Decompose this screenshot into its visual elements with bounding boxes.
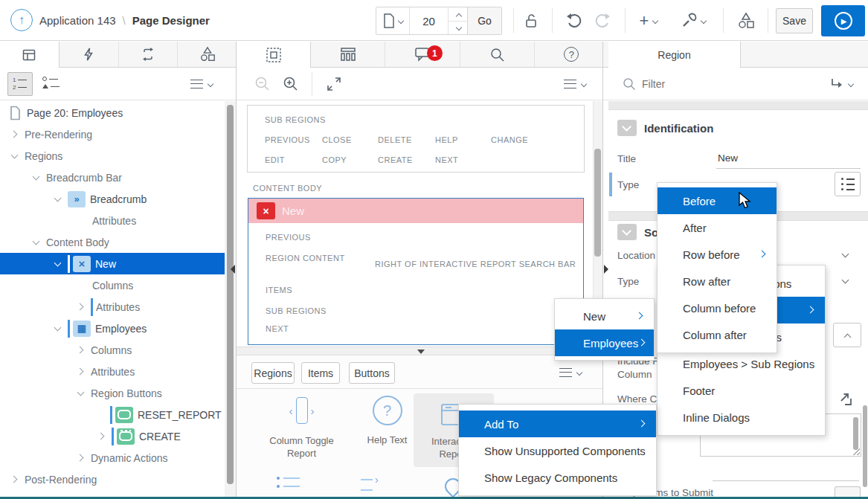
tab-page-shared-components[interactable] [178,42,237,67]
tree-item-dynamic-actions[interactable]: Dynamic Actions [0,447,225,469]
collapse-gallery-handle[interactable] [417,350,425,354]
tree-item-content-body[interactable]: Content Body [0,231,225,253]
gallery-menu-button[interactable] [559,368,582,377]
tab-page-views[interactable] [311,42,385,67]
slot-previous[interactable]: PREVIOUS [266,233,311,242]
list-region-icon[interactable] [277,477,300,488]
tab-region[interactable]: Region [608,42,741,68]
chevron-down-icon[interactable] [30,236,42,248]
chevron-right-icon[interactable] [75,301,87,313]
tree-item-employees[interactable]: ▦ Employees [0,318,225,339]
placeholder-next[interactable]: NEXT [435,155,458,164]
collapse-left-panel-handle[interactable] [231,265,235,274]
tree-item-attributes[interactable]: Attributes [0,296,225,318]
menu-item-row-before[interactable]: Row before [658,241,777,268]
page-down-button[interactable] [449,21,467,35]
property-panel-scrollbar-thumb[interactable] [863,405,867,487]
placeholder-help[interactable]: HELP [435,135,458,144]
undo-button[interactable] [564,11,585,30]
menu-item-show-unsupported[interactable]: Show Unsupported Components [459,437,656,464]
code-editor-button[interactable] [835,388,857,411]
select-chevron-icon[interactable] [843,251,850,259]
gallery-item-column-toggle-report[interactable]: ‹ › Column Toggle Report [259,393,344,460]
menu-item-employees[interactable]: Employees [555,329,654,356]
menu-item-column-before[interactable]: Column before [658,294,777,321]
tree-item-breadcrumb-bar[interactable]: Breadcrumb Bar [0,167,225,188]
gallery-tab-regions[interactable]: Regions [251,362,295,384]
collapse-field-group-button[interactable] [833,323,861,347]
menu-item-row-after[interactable]: Row after [658,268,777,294]
shared-components-button[interactable] [735,10,757,31]
placeholder-previous[interactable]: PREVIOUS [265,135,310,144]
chevron-down-icon[interactable] [52,323,64,335]
zoom-out-button[interactable] [254,76,271,94]
save-button[interactable]: Save [776,8,813,33]
chevron-down-icon[interactable] [30,172,42,184]
tree-item-page[interactable]: Page 20: Employees [0,102,225,123]
tree-scrollbar-thumb[interactable] [227,105,234,484]
page-up-button[interactable] [449,7,467,21]
tree-item-columns[interactable]: Columns [0,339,225,361]
chevron-right-icon[interactable] [96,431,108,442]
menu-item-add-to[interactable]: Add To [459,411,656,437]
display-order-button[interactable]: 1 2 [7,72,33,96]
breadcrumb-region-gallery-icon[interactable]: › [361,476,379,491]
collapse-section-button[interactable] [617,120,637,136]
chevron-right-icon[interactable] [9,129,21,141]
tree-item-region-buttons[interactable]: Region Buttons [0,382,225,404]
page-number-input[interactable] [409,7,448,34]
collapse-section-button[interactable] [617,224,637,240]
tree-item-create[interactable]: CREATE [0,425,225,447]
chevron-down-icon[interactable] [52,258,64,270]
tab-help[interactable]: ? [535,42,608,67]
slot-sub-regions[interactable]: SUB REGIONS [266,306,327,315]
tree-item-regions[interactable]: Regions [0,145,225,167]
expand-button[interactable] [326,76,342,94]
chevron-right-icon[interactable] [75,452,87,464]
zoom-in-button[interactable] [283,76,299,94]
gallery-tab-items[interactable]: Items [301,362,340,384]
group-by-type-button[interactable] [37,72,62,96]
tree-item-attributes[interactable]: Attributes [0,210,225,231]
tree-item-post-rendering[interactable]: Post-Rendering [0,469,225,490]
chevron-right-icon[interactable] [75,344,87,356]
utilities-button[interactable] [677,10,710,31]
error-close-button[interactable]: × [257,202,275,219]
go-button[interactable]: Go [467,7,501,34]
tree-item-pre-rendering[interactable]: Pre-Rendering [0,123,225,145]
slot-region-content[interactable]: REGION CONTENT [266,254,345,263]
menu-item-employees-sub-regions[interactable]: Employees > Sub Regions [658,350,825,377]
title-field-value[interactable]: New [718,152,738,164]
region-header[interactable]: × New [248,199,583,223]
page-select-button[interactable] [376,7,409,34]
chevron-down-icon[interactable] [52,193,64,205]
chevron-down-icon[interactable] [75,387,87,399]
placeholder-change[interactable]: CHANGE [491,135,528,144]
menu-item-new[interactable]: New [555,303,654,329]
tree-menu-button[interactable] [190,80,213,88]
create-button[interactable]: + [634,10,663,31]
menu-item-inline-dialogs[interactable]: Inline Dialogs [658,404,825,431]
select-chevron-icon[interactable] [843,277,850,285]
message-count-badge[interactable]: 1 [427,45,443,61]
slot-items[interactable]: ITEMS [266,286,292,294]
placeholder-create[interactable]: CREATE [378,155,413,164]
page-items-button[interactable] [835,486,861,497]
menu-item-show-legacy[interactable]: Show Legacy Components [459,464,656,491]
tree-item-columns[interactable]: Columns [0,274,225,296]
new-region-box[interactable]: × New PREVIOUS REGION CONTENT RIGHT OF I… [248,198,584,345]
chevron-down-icon[interactable] [9,150,21,162]
chevron-right-icon[interactable] [75,366,87,378]
menu-item-after[interactable]: After [658,214,777,241]
tab-dynamic-actions[interactable] [60,42,119,67]
menu-item-footer[interactable]: Footer [658,377,825,404]
breadcrumb-bar-box[interactable]: SUB REGIONS PREVIOUS CLOSE DELETE HELP C… [247,105,585,173]
gallery-tab-buttons[interactable]: Buttons [349,362,395,384]
placeholder-delete[interactable]: DELETE [378,135,412,144]
go-to-group-button[interactable] [829,77,853,91]
textarea-scrollbar-thumb[interactable] [853,417,858,450]
collapse-right-panel-handle[interactable] [604,265,608,274]
tree-item-breadcrumb[interactable]: » Breadcrumb [0,188,225,210]
tree-item-reset-report[interactable]: RESET_REPORT [0,404,225,425]
tab-messages[interactable]: 1 [385,42,460,67]
